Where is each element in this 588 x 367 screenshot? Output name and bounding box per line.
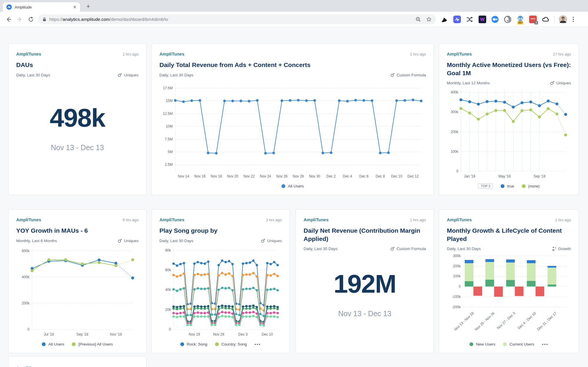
svg-text:Nov 20: Nov 20 (227, 174, 238, 178)
svg-text:40k: 40k (165, 288, 171, 292)
card-title[interactable]: DAUs (16, 61, 139, 69)
card-partial[interactable]: AmpliTunes (8, 356, 146, 367)
app-link[interactable]: AmpliTunes (447, 217, 472, 222)
back-button[interactable] (3, 14, 14, 25)
svg-text:Jan '18: Jan '18 (464, 174, 476, 178)
legend-item[interactable]: Country; Song (215, 342, 247, 346)
spiral-extension-icon[interactable] (504, 16, 512, 23)
legend-item[interactable]: (none) (522, 184, 540, 188)
updated-ago: 1 hrs ago (410, 218, 426, 222)
svg-text:0: 0 (456, 169, 458, 173)
chart-legend: All Users[Previous] All Users (16, 339, 139, 349)
reload-button[interactable] (25, 14, 36, 25)
cat-extension-icon[interactable] (441, 16, 448, 23)
card-title[interactable]: YOY Growth in MAUs - 6 (16, 227, 139, 235)
legend-item[interactable]: Current Users (503, 342, 534, 346)
legend-item[interactable]: [Previous] All Users (72, 342, 113, 346)
svg-text:15M: 15M (166, 99, 173, 103)
url-bar[interactable]: https://analytics.amplitude.com/demo/das… (38, 14, 436, 24)
legend-dot (503, 342, 507, 346)
card-meta-range: Daily, Last 30 Days (16, 73, 50, 77)
updated-ago: 1 hrs ago (410, 52, 426, 56)
card-monetized-users[interactable]: AmpliTunes 17 hrs ago Monthly Active Mon… (439, 43, 579, 195)
svg-text:Jul '18: Jul '18 (44, 332, 54, 336)
tab-title: Amplitude (15, 5, 73, 9)
browser-menu-icon[interactable] (572, 16, 575, 23)
tab-close-icon[interactable]: ✕ (73, 5, 76, 9)
browser-tab[interactable]: Amplitude ✕ (3, 2, 80, 12)
new-tab-button[interactable]: + (84, 3, 92, 11)
updated-ago: 1 hrs ago (555, 218, 571, 222)
forward-button[interactable] (14, 14, 25, 25)
monetized-users-chart[interactable]: 0100k200k300k400kJan '18May '18Sep '18 (447, 86, 571, 181)
card-title[interactable]: Daily Net Revenue (Contribution Margin A… (304, 227, 426, 243)
legend-more-button[interactable]: ••• (254, 342, 261, 347)
svg-text:300k: 300k (451, 110, 459, 114)
custom-formula-icon (390, 247, 395, 251)
yoy-chart[interactable]: 0200k400k600kJul '18Sep '18Nov '18 (16, 244, 139, 339)
app-link[interactable]: AmpliTunes (159, 51, 184, 56)
lock-icon (42, 17, 46, 22)
metric-type: Growth (552, 247, 571, 251)
url-text: https://analytics.amplitude.com/demo/das… (49, 17, 411, 22)
uniques-icon (550, 81, 554, 85)
card-title[interactable]: Monthly Active Monetized Users (vs Free)… (447, 61, 571, 77)
date-range: Nov 13 - Dec 13 (51, 143, 104, 152)
card-title[interactable]: Play Song group by (159, 227, 282, 235)
app-link[interactable]: AmpliTunes (16, 366, 41, 367)
card-title[interactable]: Daily Total Revenue from Ads + Content +… (159, 61, 426, 69)
red-dots-extension-icon[interactable]: 1 (529, 16, 537, 23)
legend-dot (501, 184, 504, 188)
svg-text:Nov 27 - Dec 3: Nov 27 - Dec 3 (496, 311, 516, 330)
growth-icon (552, 247, 556, 251)
app-link[interactable]: AmpliTunes (447, 51, 472, 56)
revenue-chart[interactable]: 2.5M5M7.5M10M12.5M15M17.5MNov 14Nov 16No… (159, 78, 426, 181)
card-play-song[interactable]: AmpliTunes 3 hrs ago Play Song group by … (151, 209, 290, 353)
top2-chip[interactable]: TOP 2 (478, 183, 493, 189)
zoom-indicator-icon[interactable] (415, 16, 421, 22)
bookmark-star-icon[interactable] (426, 16, 432, 22)
app-link[interactable]: AmpliTunes (16, 217, 41, 222)
metric-type: Uniques (550, 81, 571, 85)
svg-text:Nov 16: Nov 16 (194, 174, 206, 178)
play-song-chart[interactable]: 020k40k60k80kNov 19Nov 26Dec 3Dec 10 (159, 244, 282, 339)
svg-text:Nov 19: Nov 19 (189, 332, 200, 336)
amplitude-extension-icon[interactable] (453, 16, 461, 23)
big-value: 192M (334, 269, 396, 299)
w-extension-icon[interactable]: W (479, 16, 486, 23)
app-link[interactable]: AmpliTunes (304, 217, 329, 222)
legend-dot (72, 342, 76, 346)
svg-text:Sep '18: Sep '18 (534, 174, 546, 178)
card-lifecycle[interactable]: AmpliTunes 1 hrs ago Monthly Growth & Li… (439, 209, 579, 353)
date-range: Nov 13 - Dec 13 (338, 309, 392, 318)
profile-avatar[interactable] (559, 15, 567, 24)
card-revenue[interactable]: AmpliTunes 1 hrs ago Daily Total Revenue… (151, 43, 434, 195)
cloud-extension-icon[interactable] (542, 16, 549, 23)
bridge-367-extension-icon[interactable]: 367 (517, 16, 524, 23)
svg-text:200k: 200k (451, 130, 459, 134)
uniques-icon (118, 239, 122, 243)
svg-text:Dec 10: Dec 10 (262, 332, 273, 336)
chart-legend: All Users (159, 181, 426, 191)
shuffle-extension-icon[interactable] (466, 16, 474, 23)
card-title[interactable]: Monthly Growth & LifeCycle of Content Pl… (447, 227, 571, 243)
app-link[interactable]: AmpliTunes (159, 217, 184, 222)
svg-text:Nov 22: Nov 22 (244, 174, 255, 178)
card-daus[interactable]: AmpliTunes 1 hrs ago DAUs Daily, Last 30… (8, 43, 146, 195)
svg-text:0: 0 (27, 327, 29, 331)
card-net-revenue[interactable]: AmpliTunes 1 hrs ago Daily Net Revenue (… (296, 209, 434, 353)
big-value: 498k (50, 103, 105, 133)
legend-item[interactable]: All Users (42, 342, 64, 346)
legend-dot (215, 342, 219, 346)
legend-item[interactable]: All Users (281, 184, 304, 188)
legend-item[interactable]: true (501, 184, 514, 188)
lifecycle-chart[interactable]: -200k-100k0100k200k300kNov 13 - Nov 19No… (447, 252, 571, 339)
metric-type: Custom Formula (390, 73, 426, 77)
legend-item[interactable]: Rock; Song (180, 342, 207, 346)
app-link[interactable]: AmpliTunes (16, 51, 41, 56)
svg-text:Dec 10: Dec 10 (391, 174, 402, 178)
zoom-meeting-extension-icon[interactable] (491, 16, 499, 23)
card-yoy-growth[interactable]: AmpliTunes 9 hrs ago YOY Growth in MAUs … (8, 209, 146, 353)
legend-item[interactable]: New Users (469, 342, 495, 346)
legend-more-button[interactable]: ••• (542, 342, 548, 347)
